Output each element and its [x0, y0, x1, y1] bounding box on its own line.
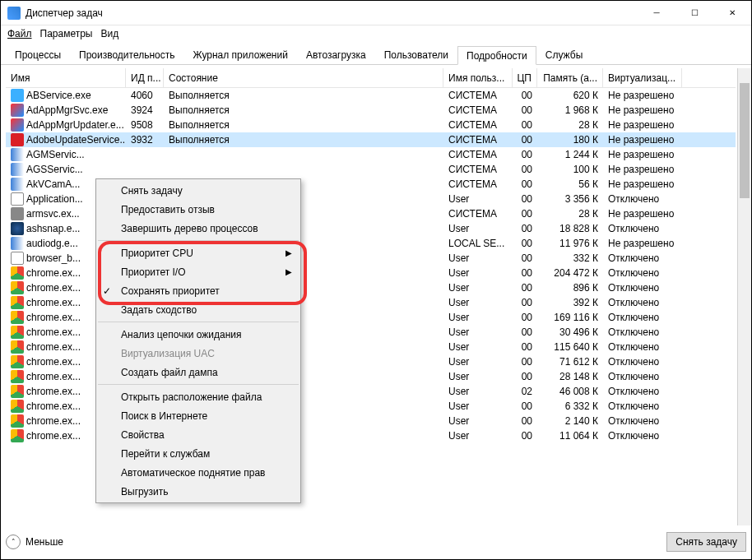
cell-cpu: 00	[513, 400, 537, 412]
cell-user: User	[443, 386, 513, 397]
table-row[interactable]: AdAppMgrUpdater.e...9508ВыполняетсяСИСТЕ…	[6, 118, 736, 132]
table-row[interactable]: AdobeUpdateService...3932ВыполняетсяСИСТ…	[6, 132, 736, 147]
process-icon	[11, 222, 24, 235]
end-task-button[interactable]: Снять задачу	[666, 532, 746, 552]
chevron-right-icon: ▶	[285, 248, 292, 257]
cell-cpu: 00	[513, 134, 537, 146]
window-title: Диспетчер задач	[26, 7, 638, 19]
menu-item[interactable]: Анализ цепочки ожидания	[96, 325, 300, 344]
menu-item-label: Задать сходство	[121, 304, 197, 316]
cell-user: User	[443, 267, 513, 279]
menu-item-label: Сохранять приоритет	[121, 285, 220, 297]
minimize-button[interactable]: ─	[638, 1, 675, 25]
cell-user: User	[443, 415, 513, 427]
tab-6[interactable]: Службы	[536, 45, 592, 64]
cell-user: User	[443, 193, 513, 205]
menu-item[interactable]: Создать файл дампа	[96, 363, 300, 382]
table-row[interactable]: AGMServic...СИСТЕМА001 244 КНе разрешено	[6, 147, 736, 162]
cell-mem: 1 244 К	[537, 149, 603, 160]
col-mem[interactable]: Память (а...	[537, 68, 603, 87]
cell-name: chrome.ex...	[26, 430, 81, 442]
tab-1[interactable]: Производительность	[70, 45, 183, 64]
menu-item[interactable]: Поиск в Интернете	[96, 406, 300, 425]
cell-user: User	[443, 312, 513, 323]
tab-0[interactable]: Процессы	[6, 45, 70, 64]
cell-name: AGMServic...	[26, 149, 85, 160]
menu-item[interactable]: Приоритет I/O▶	[96, 262, 300, 281]
cell-name: ashsnap.e...	[26, 223, 80, 234]
tab-3[interactable]: Автозагрузка	[297, 45, 375, 64]
menu-options[interactable]: Параметры	[40, 28, 93, 39]
cell-virt: Отключено	[603, 386, 682, 397]
menu-item-label: Приоритет CPU	[121, 248, 193, 259]
cell-state: Выполняется	[164, 134, 443, 146]
maximize-button[interactable]: ☐	[675, 1, 713, 25]
col-cpu[interactable]: ЦП	[513, 68, 537, 87]
cell-user: СИСТЕМА	[443, 208, 513, 220]
cell-virt: Отключено	[603, 282, 682, 294]
table-row[interactable]: AGSServic...СИСТЕМА00100 КНе разрешено	[6, 162, 736, 177]
menu-item-label: Предоставить отзыв	[121, 204, 215, 215]
menu-item[interactable]: Перейти к службам	[96, 444, 300, 463]
menu-item[interactable]: Завершить дерево процессов	[96, 219, 300, 238]
cell-name: chrome.ex...	[26, 356, 81, 368]
col-pid[interactable]: ИД п...	[126, 68, 164, 87]
tab-5[interactable]: Подробности	[457, 46, 536, 65]
cell-cpu: 00	[513, 282, 537, 294]
cell-cpu: 00	[513, 178, 537, 190]
scrollbar-thumb[interactable]	[740, 83, 750, 198]
menu-item[interactable]: Приоритет CPU▶	[96, 243, 300, 262]
cell-user: СИСТЕМА	[443, 164, 513, 175]
process-icon	[11, 311, 24, 324]
fewer-details-button[interactable]: ˄ Меньше	[6, 535, 63, 549]
cell-virt: Отключено	[603, 267, 682, 279]
cell-name: browser_b...	[26, 252, 81, 264]
col-name[interactable]: Имя	[6, 68, 126, 87]
col-user[interactable]: Имя польз...	[443, 68, 513, 87]
col-virt[interactable]: Виртуализац...	[603, 68, 682, 87]
cell-user: СИСТЕМА	[443, 149, 513, 160]
cell-name: AGSServic...	[26, 164, 83, 175]
cell-user: User	[443, 297, 513, 308]
cell-user: User	[443, 282, 513, 294]
menu-item-label: Создать файл дампа	[121, 367, 218, 378]
table-header: Имя ИД п... Состояние Имя польз... ЦП Па…	[6, 68, 736, 88]
cell-user: СИСТЕМА	[443, 90, 513, 101]
menu-item[interactable]: Свойства	[96, 425, 300, 444]
cell-user: User	[443, 223, 513, 234]
menu-separator	[98, 240, 299, 241]
cell-virt: Не разрешено	[603, 238, 682, 249]
cell-mem: 204 472 К	[537, 267, 603, 279]
menu-item[interactable]: ✓Сохранять приоритет	[96, 281, 300, 300]
process-icon	[11, 163, 24, 176]
cell-cpu: 00	[513, 119, 537, 131]
menu-file[interactable]: Файл	[7, 28, 32, 39]
close-button[interactable]: ✕	[713, 1, 751, 25]
process-icon	[11, 429, 24, 442]
cell-state: Выполняется	[164, 104, 443, 116]
menu-item[interactable]: Предоставить отзыв	[96, 200, 300, 219]
col-state[interactable]: Состояние	[164, 68, 443, 87]
tab-2[interactable]: Журнал приложений	[184, 45, 297, 64]
menu-item[interactable]: Автоматическое поднятие прав	[96, 463, 300, 482]
cell-mem: 28 К	[537, 208, 603, 220]
menu-item[interactable]: Задать сходство	[96, 300, 300, 319]
menu-item[interactable]: Открыть расположение файла	[96, 387, 300, 406]
cell-virt: Отключено	[603, 356, 682, 368]
process-icon	[11, 281, 24, 294]
cell-name: chrome.ex...	[26, 326, 81, 338]
cell-user: LOCAL SE...	[443, 238, 513, 249]
cell-mem: 1 968 К	[537, 104, 603, 116]
process-icon	[11, 118, 24, 132]
cell-mem: 11 976 К	[537, 238, 603, 249]
cell-mem: 332 К	[537, 252, 603, 264]
menu-view[interactable]: Вид	[100, 28, 118, 39]
scrollbar[interactable]	[737, 68, 751, 525]
table-row[interactable]: ABService.exe4060ВыполняетсяСИСТЕМА00620…	[6, 88, 736, 103]
table-row[interactable]: AdAppMgrSvc.exe3924ВыполняетсяСИСТЕМА001…	[6, 103, 736, 118]
menu-item[interactable]: Снять задачу	[96, 181, 300, 200]
cell-mem: 46 008 К	[537, 386, 603, 397]
cell-virt: Отключено	[603, 312, 682, 323]
tab-4[interactable]: Пользователи	[375, 45, 457, 64]
menu-item[interactable]: Выгрузить	[96, 482, 300, 501]
